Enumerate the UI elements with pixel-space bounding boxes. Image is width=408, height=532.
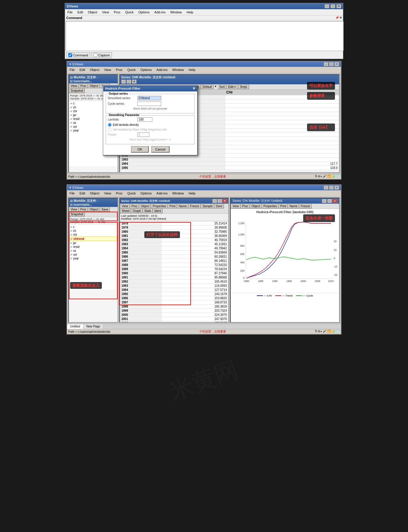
menu-view[interactable]: View (101, 10, 110, 15)
inner-menu-proc-1[interactable]: Proc (115, 67, 124, 72)
s2-btn-proc[interactable]: Proc (130, 204, 139, 208)
s-btn-smpl[interactable]: Smpl- (238, 85, 249, 89)
minimize-btn[interactable]: ─ (325, 4, 329, 8)
capture-tab[interactable]: Capture (91, 52, 112, 58)
menu-object[interactable]: Object (87, 10, 99, 15)
series2-year[interactable]: ✓year (69, 256, 117, 260)
s2-btn-sample[interactable]: Sample (201, 204, 214, 208)
s-btn-sort[interactable]: Sort (218, 85, 226, 89)
series-min-1[interactable]: ─ (121, 80, 126, 84)
c-btn-object[interactable]: Object (250, 204, 262, 208)
series2-max[interactable]: □ (217, 199, 222, 203)
inner-menu-options-2[interactable]: Options (139, 191, 153, 196)
menu-quick[interactable]: Quick (124, 10, 135, 15)
chart-min[interactable]: ─ (322, 199, 327, 203)
inner-close-2[interactable]: ✕ (334, 186, 339, 190)
menu-file[interactable]: File (66, 10, 74, 15)
s2-btn-name[interactable]: Name (177, 204, 188, 208)
series2-us[interactable]: ✓us (69, 249, 117, 253)
inner-menu-help-2[interactable]: Help (187, 191, 197, 196)
lambda-input[interactable] (137, 117, 152, 122)
personal-link-1[interactable]: 个性设置，点我看看 (199, 175, 226, 179)
maximize-btn[interactable]: □ (330, 4, 335, 8)
command-checkbox[interactable] (68, 53, 72, 57)
tab-new-page[interactable]: New Page (83, 324, 103, 329)
inner-menu-file-1[interactable]: File (68, 67, 76, 72)
inner-menu-window-1[interactable]: Window (171, 67, 185, 72)
c-btn-print[interactable]: Print (279, 204, 288, 208)
inner-menu-options-1[interactable]: Options (139, 67, 153, 72)
series2-chr[interactable]: ✓chr (69, 233, 117, 237)
inner-restore-1[interactable]: □ (329, 62, 334, 66)
wf2-btn-snapshot[interactable]: Snapshot (69, 212, 85, 216)
c-btn-name[interactable]: Name (288, 204, 299, 208)
s2-btn-freeze[interactable]: Freeze (189, 204, 201, 208)
menu-addins[interactable]: Add-ins (153, 10, 167, 15)
power-input[interactable] (137, 132, 149, 137)
wf-btn-proc[interactable]: Proc (79, 84, 88, 88)
wf2-btn-object[interactable]: Object (88, 207, 100, 212)
inner-menu-window-2[interactable]: Window (171, 191, 185, 196)
inner-menu-proc-2[interactable]: Proc (115, 191, 124, 196)
inner-menu-edit-2[interactable]: Edit (78, 191, 86, 196)
series2-resid[interactable]: ✓resid (69, 245, 117, 249)
series2-ch[interactable]: ✓ch (69, 229, 117, 233)
inner-menu-help-1[interactable]: Help (187, 67, 197, 72)
ok-button[interactable]: OK (131, 146, 149, 153)
series2-jpr[interactable]: ✓jpr (69, 241, 117, 245)
wf-btn-view[interactable]: View (69, 84, 79, 88)
tab-untitled[interactable]: Untitled (67, 324, 83, 329)
inner-menu-addins-1[interactable]: Add-ins (155, 67, 169, 72)
series2-chtrend[interactable]: ✓ chtrend (69, 237, 117, 241)
s2-btn-print[interactable]: Print (168, 204, 177, 208)
s2-btn-view[interactable]: View (120, 204, 130, 208)
command-close-x[interactable]: ✕ (339, 16, 342, 20)
inner-menu-addins-2[interactable]: Add-ins (155, 191, 169, 196)
inner-menu-object-1[interactable]: Object (89, 67, 101, 72)
command-tab[interactable]: Command (66, 52, 90, 58)
s2-btn-properties[interactable]: Properties (151, 204, 168, 208)
c-btn-view[interactable]: View (231, 204, 241, 208)
s2-btn-genr[interactable]: Genr (214, 204, 224, 208)
series2-min[interactable]: ─ (212, 199, 217, 203)
wf2-btn-view[interactable]: View (69, 207, 79, 212)
inner-menu-file-2[interactable]: File (68, 191, 76, 196)
c-btn-proc[interactable]: Proc (241, 204, 250, 208)
inner-menu-quick-2[interactable]: Quick (126, 191, 137, 196)
chart-close[interactable]: ✕ (333, 199, 337, 203)
series2-usr[interactable]: ✓usr (69, 253, 117, 256)
cancel-button[interactable]: Cancel (151, 146, 170, 153)
inner-menu-view-2[interactable]: View (103, 191, 113, 196)
radio-ravn-input[interactable] (108, 128, 112, 132)
series2-close[interactable]: ✕ (222, 199, 227, 203)
command-input-area[interactable] (66, 21, 344, 51)
menu-proc[interactable]: Proc (113, 10, 122, 15)
radio-direct-input[interactable] (108, 123, 112, 127)
wf2-btn-save[interactable]: Save (100, 207, 110, 212)
series-max-1[interactable]: □ (126, 80, 131, 84)
inner-menu-view-1[interactable]: View (103, 67, 113, 72)
s2-btn-graph[interactable]: Graph (131, 209, 143, 213)
s-dropdown[interactable]: ▼ (214, 85, 218, 89)
menu-edit[interactable]: Edit (76, 10, 84, 15)
personal-link-2[interactable]: 个性设置，点我看看 (199, 330, 226, 334)
menu-options[interactable]: Options (137, 10, 151, 15)
s2-btn-object[interactable]: Object (139, 204, 151, 208)
inner-close-1[interactable]: ✕ (334, 62, 339, 66)
series-close-1[interactable]: ✕ (132, 80, 137, 84)
inner-restore-2[interactable]: □ (329, 186, 334, 190)
inner-menu-object-2[interactable]: Object (89, 191, 101, 196)
s2-btn-stats[interactable]: Stats (143, 209, 153, 213)
inner-menu-quick-1[interactable]: Quick (126, 67, 137, 72)
dialog-close-btn[interactable]: ✕ (192, 86, 195, 91)
chart-max[interactable]: □ (327, 199, 332, 203)
wf-btn-snapshot[interactable]: Snapshot (69, 88, 85, 93)
c-btn-properties[interactable]: Properties (262, 204, 279, 208)
inner-minimize-1[interactable]: ─ (324, 62, 328, 66)
inner-minimize-2[interactable]: ─ (324, 186, 328, 190)
close-btn[interactable]: ✕ (336, 4, 341, 8)
c-btn-freeze[interactable]: Freeze (299, 204, 311, 208)
menu-help[interactable]: Help (185, 10, 194, 15)
inner-menu-edit-1[interactable]: Edit (78, 67, 86, 72)
s-btn-edit[interactable]: Edit+/- (227, 85, 238, 89)
